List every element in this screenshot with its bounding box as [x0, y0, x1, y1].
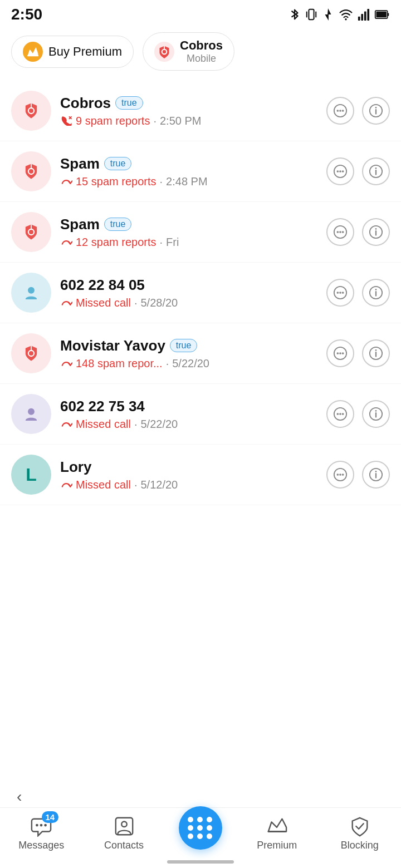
nav-premium[interactable]: Premium — [249, 816, 305, 851]
message-button[interactable] — [326, 279, 354, 307]
svg-point-81 — [121, 821, 127, 827]
call-item[interactable]: Spam true 15 spam reports · 2:48 PM — [0, 141, 401, 202]
spam-call-avatar-1 — [11, 151, 51, 191]
info-button[interactable] — [362, 279, 390, 307]
spam-detail: 15 spam reports — [76, 175, 157, 188]
svg-point-40 — [339, 231, 341, 233]
call-time: 2:48 PM — [166, 175, 207, 188]
cobros-contact-button[interactable]: Cobros Mobile — [143, 32, 234, 71]
unknown-call-avatar-2 — [11, 394, 51, 434]
svg-point-39 — [337, 231, 339, 233]
info-button[interactable] — [362, 97, 390, 125]
call-item[interactable]: Movistar Yavoy true 148 spam repor... · … — [0, 323, 401, 384]
svg-marker-3 — [325, 8, 331, 21]
spam-call-avatar-2 — [11, 212, 51, 252]
call-name: Spam — [60, 216, 100, 233]
info-button[interactable] — [362, 400, 390, 428]
missed-detail: Missed call — [76, 479, 131, 491]
svg-point-21 — [337, 110, 339, 112]
svg-point-31 — [339, 170, 341, 172]
missed-call-icon — [60, 298, 72, 308]
true-badge: true — [104, 218, 132, 231]
contacts-icon — [114, 816, 135, 837]
call-name: 602 22 75 34 — [60, 398, 145, 415]
svg-point-26 — [375, 107, 377, 108]
dialpad-button[interactable] — [179, 806, 222, 850]
call-item[interactable]: Cobros true 9 spam reports · 2:50 PM — [0, 81, 401, 141]
svg-point-23 — [342, 110, 344, 112]
cobros-info: Cobros Mobile — [180, 38, 223, 65]
missed-call-icon — [60, 358, 72, 368]
true-badge: true — [170, 339, 198, 352]
svg-point-73 — [342, 474, 344, 476]
call-time: 5/22/20 — [140, 418, 178, 431]
messages-icon-wrap: 14 — [31, 816, 52, 837]
svg-rect-0 — [309, 9, 314, 19]
cobros-call-avatar — [11, 91, 51, 131]
message-button[interactable] — [326, 400, 354, 428]
shield-check-icon — [349, 816, 370, 837]
bluetooth-icon — [288, 7, 301, 22]
movistar-call-avatar — [11, 333, 51, 373]
call-list: Cobros true 9 spam reports · 2:50 PM — [0, 81, 401, 505]
lory-call-info: Lory Missed call · 5/12/20 — [60, 458, 317, 491]
cobros-call-info: Cobros true 9 spam reports · 2:50 PM — [60, 95, 317, 127]
blocking-icon-wrap — [349, 816, 370, 837]
buy-premium-button[interactable]: Buy Premium — [11, 36, 134, 68]
message-button[interactable] — [326, 157, 354, 185]
nav-contacts[interactable]: Contacts — [96, 816, 152, 851]
svg-point-77 — [36, 824, 38, 827]
info-button[interactable] — [362, 461, 390, 489]
message-button[interactable] — [326, 218, 354, 246]
call-time: 5/28/20 — [140, 297, 178, 309]
spam-detail: 9 spam reports — [76, 115, 150, 127]
cobros-avatar — [154, 42, 174, 62]
missed-detail: Missed call — [76, 297, 131, 309]
message-button[interactable] — [326, 461, 354, 489]
contacts-label: Contacts — [104, 840, 144, 851]
svg-point-45 — [28, 287, 35, 294]
svg-point-78 — [40, 824, 43, 827]
vibrate-icon — [305, 7, 317, 22]
missed-call-icon — [60, 237, 72, 247]
call-actions — [326, 279, 390, 307]
cobros-sub: Mobile — [180, 53, 223, 65]
missed-call-icon — [60, 480, 72, 490]
call-actions — [326, 461, 390, 489]
crown-icon — [23, 42, 43, 62]
svg-point-22 — [339, 110, 341, 112]
true-badge: true — [115, 96, 143, 110]
back-button[interactable]: ‹ — [17, 788, 22, 806]
spam-phone-icon — [60, 116, 72, 126]
call-actions — [326, 339, 390, 367]
message-button[interactable] — [326, 97, 354, 125]
status-time: 2:50 — [11, 6, 42, 23]
svg-point-66 — [342, 413, 344, 415]
info-button[interactable] — [362, 339, 390, 367]
true-badge: true — [104, 157, 132, 170]
svg-point-61 — [375, 349, 377, 351]
info-button[interactable] — [362, 157, 390, 185]
call-item[interactable]: 602 22 84 05 Missed call · 5/28/20 — [0, 263, 401, 323]
buy-premium-label: Buy Premium — [48, 45, 122, 59]
spam-call-info-1: Spam true 15 spam reports · 2:48 PM — [60, 155, 317, 188]
info-button[interactable] — [362, 218, 390, 246]
svg-point-62 — [28, 408, 35, 415]
premium-icon-wrap — [266, 816, 287, 837]
signal-boost-icon — [322, 7, 334, 22]
svg-rect-10 — [376, 12, 387, 18]
nav-blocking[interactable]: Blocking — [332, 816, 388, 851]
call-item[interactable]: L Lory Missed call · 5/12/20 — [0, 445, 401, 505]
call-time: 2:50 PM — [160, 115, 201, 127]
blocking-label: Blocking — [341, 840, 379, 851]
svg-point-76 — [375, 471, 377, 472]
nav-messages[interactable]: 14 Messages — [13, 816, 69, 851]
missed-call-icon — [60, 176, 72, 186]
svg-rect-6 — [361, 14, 363, 21]
call-item[interactable]: Spam true 12 spam reports · Fri — [0, 202, 401, 263]
svg-point-49 — [342, 292, 344, 294]
unknown-call-info-2: 602 22 75 34 Missed call · 5/22/20 — [60, 398, 317, 431]
call-name: Spam — [60, 155, 100, 172]
message-button[interactable] — [326, 339, 354, 367]
call-item[interactable]: 602 22 75 34 Missed call · 5/22/20 — [0, 384, 401, 445]
